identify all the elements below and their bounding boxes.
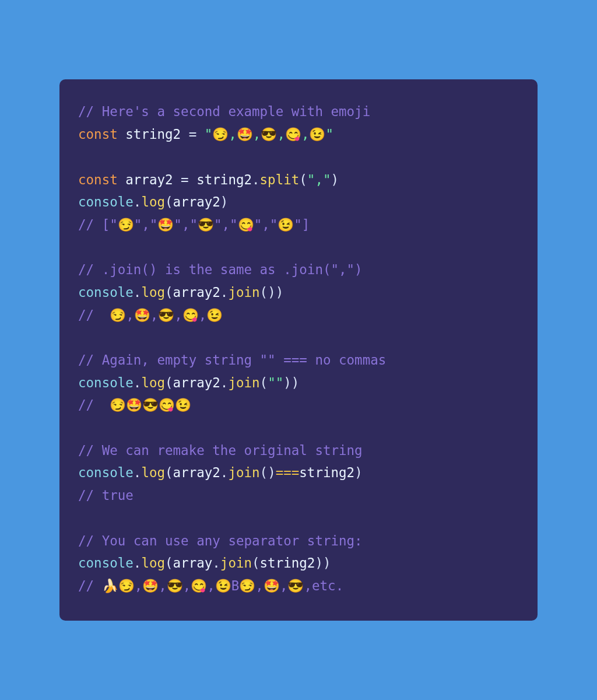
fn-log: log	[141, 555, 165, 570]
paren-close: )	[276, 285, 284, 300]
paren-close: )	[331, 172, 339, 187]
assign: =	[181, 127, 205, 142]
paren-open: (	[260, 285, 268, 300]
assign: =	[173, 172, 197, 187]
comment: // We can remake the original string	[78, 443, 363, 458]
comment: // 🍌😏,🤩,😎,😋,😉B😏,🤩,😎,etc.	[78, 578, 343, 593]
paren-open: (	[165, 465, 173, 480]
comment: // 😏🤩😎😋😉	[78, 397, 191, 412]
dot: .	[220, 285, 229, 300]
console: console	[78, 194, 134, 209]
keyword-const: const	[78, 172, 118, 187]
dot: .	[220, 465, 229, 480]
paren-close: )	[354, 465, 363, 480]
fn-log: log	[141, 465, 165, 480]
dot: .	[212, 555, 220, 570]
ref-array2: array2	[173, 285, 220, 300]
console: console	[78, 285, 134, 300]
string-literal: "😏,🤩,😎,😋,😉"	[205, 127, 333, 142]
console: console	[78, 555, 134, 570]
fn-split: split	[260, 172, 300, 187]
comment: // You can use any separator string:	[78, 533, 363, 548]
paren-open: (	[299, 172, 307, 187]
fn-join: join	[228, 465, 259, 480]
dot: .	[134, 375, 142, 390]
keyword-const: const	[78, 127, 118, 142]
paren-close: )	[292, 375, 300, 390]
dot: .	[134, 194, 142, 209]
dot: .	[134, 285, 142, 300]
ref-array2: array2	[173, 465, 220, 480]
paren-close: )	[268, 465, 276, 480]
paren-open: (	[252, 555, 260, 570]
comment: // Here's a second example with emoji	[78, 104, 370, 119]
code-block: // Here's a second example with emoji co…	[78, 100, 519, 597]
comment: // true	[78, 488, 134, 503]
ref-array2: array2	[173, 375, 220, 390]
comment: // ["😏","🤩","😎","😋","😉"]	[78, 217, 310, 232]
paren-close: )	[268, 285, 276, 300]
string-literal: ","	[307, 172, 331, 187]
fn-log: log	[141, 285, 165, 300]
ref-array2: array2	[173, 194, 220, 209]
fn-join: join	[228, 375, 259, 390]
paren-open: (	[165, 285, 173, 300]
dot: .	[220, 375, 229, 390]
console: console	[78, 375, 134, 390]
paren-close: )	[323, 555, 331, 570]
comment: // .join() is the same as .join(",")	[78, 262, 363, 277]
fn-log: log	[141, 194, 165, 209]
paren-open: (	[165, 555, 173, 570]
string-literal: ""	[268, 375, 283, 390]
paren-open: (	[260, 465, 268, 480]
var-array2: array2	[125, 172, 173, 187]
paren-open: (	[165, 375, 173, 390]
console: console	[78, 465, 134, 480]
paren-close: )	[220, 194, 229, 209]
fn-join: join	[228, 285, 259, 300]
fn-join: join	[220, 555, 252, 570]
fn-log: log	[141, 375, 165, 390]
comment: // Again, empty string "" === no commas	[78, 352, 386, 368]
dot: .	[252, 172, 260, 187]
paren-open: (	[165, 194, 173, 209]
paren-open: (	[260, 375, 268, 390]
operator-strict-eq: ===	[276, 465, 300, 480]
ref-string2: string2	[299, 465, 354, 480]
dot: .	[134, 555, 142, 570]
paren-close: )	[315, 555, 323, 570]
dot: .	[134, 465, 142, 480]
code-card: // Here's a second example with emoji co…	[59, 79, 538, 620]
paren-close: )	[283, 375, 292, 390]
comment: // 😏,🤩,😎,😋,😉	[78, 307, 223, 323]
var-string2: string2	[125, 127, 181, 142]
ref-string2: string2	[196, 172, 252, 187]
ref-string2: string2	[260, 555, 315, 570]
ref-array: array	[173, 555, 213, 570]
